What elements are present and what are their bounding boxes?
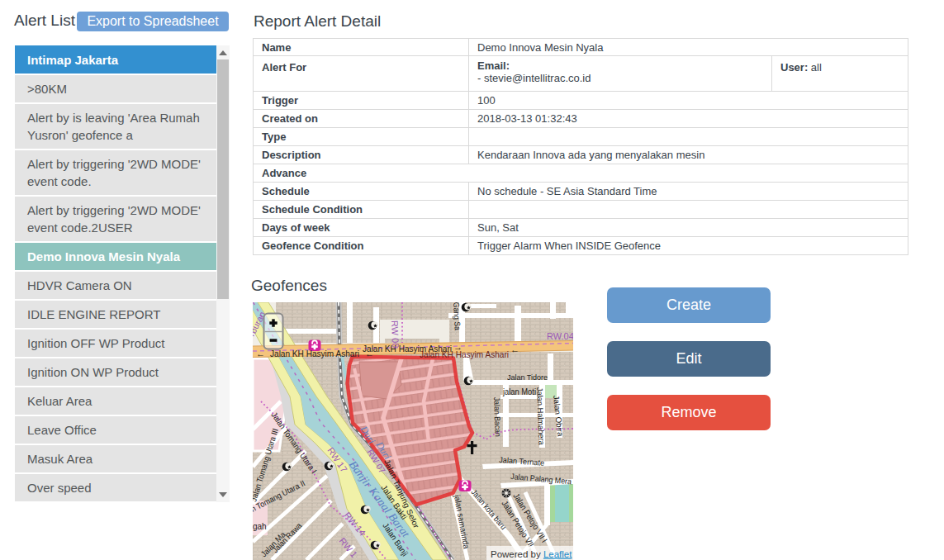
- svg-text:←: ←: [510, 344, 519, 354]
- svg-text:Jalan KH Hasyim Ashari: Jalan KH Hasyim Ashari: [270, 349, 359, 358]
- svg-text:RW 06: RW 06: [390, 320, 401, 349]
- svg-text:RW.04: RW.04: [547, 331, 573, 341]
- svg-text:gah: gah: [253, 522, 267, 531]
- svg-text:Jalan Tidore: Jalan Tidore: [507, 373, 548, 382]
- svg-text:Powered by Leaflet: Powered by Leaflet: [491, 549, 572, 559]
- svg-text:←: ←: [365, 349, 374, 358]
- svg-text:←: ←: [256, 349, 265, 358]
- svg-text:→: →: [453, 342, 463, 352]
- svg-text:jalan Moti: jalan Moti: [502, 387, 536, 396]
- svg-text:Jalan KH Hasyim Ashari: Jalan KH Hasyim Ashari: [420, 350, 509, 359]
- svg-text:Gang Sa: Gang Sa: [452, 302, 463, 331]
- svg-text:Jalan Bacan: Jalan Bacan: [492, 397, 503, 437]
